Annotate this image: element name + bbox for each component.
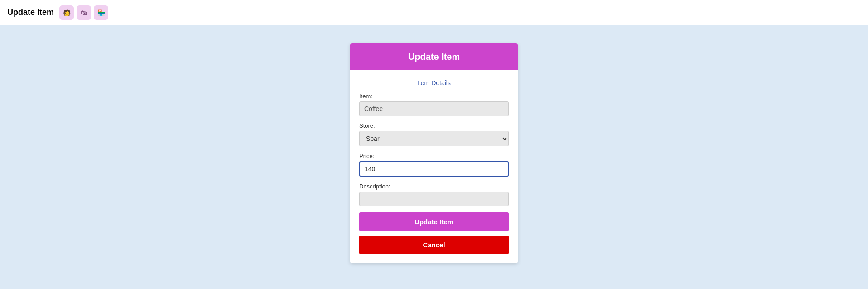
description-label: Description:	[359, 183, 509, 190]
bag-icon-button[interactable]: 🛍	[77, 5, 91, 20]
price-label: Price:	[359, 153, 509, 159]
store-select[interactable]: Spar Pick n Pay Checkers Woolworths	[359, 131, 509, 146]
person-icon-button[interactable]: 🧑	[59, 5, 74, 20]
modal-body: Item Details Item: Store: Spar Pick n Pa…	[350, 70, 518, 263]
store-field-group: Store: Spar Pick n Pay Checkers Woolwort…	[359, 122, 509, 146]
modal-card: Update Item Item Details Item: Store: Sp…	[350, 43, 518, 263]
modal-header: Update Item	[350, 43, 518, 70]
modal-title: Update Item	[408, 52, 460, 62]
top-bar: Update Item 🧑 🛍 🏪	[0, 0, 868, 25]
update-item-button[interactable]: Update Item	[359, 212, 509, 231]
description-input[interactable]	[359, 192, 509, 206]
main-content: Update Item Item Details Item: Store: Sp…	[0, 25, 868, 289]
price-input[interactable]	[359, 161, 509, 177]
item-field-group: Item:	[359, 93, 509, 116]
price-field-group: Price:	[359, 153, 509, 177]
section-label: Item Details	[359, 79, 509, 87]
cancel-button[interactable]: Cancel	[359, 236, 509, 254]
item-label: Item:	[359, 93, 509, 100]
store-icon-button[interactable]: 🏪	[94, 5, 108, 20]
page-title: Update Item	[7, 8, 54, 17]
item-input[interactable]	[359, 101, 509, 116]
store-label: Store:	[359, 122, 509, 129]
description-field-group: Description:	[359, 183, 509, 206]
